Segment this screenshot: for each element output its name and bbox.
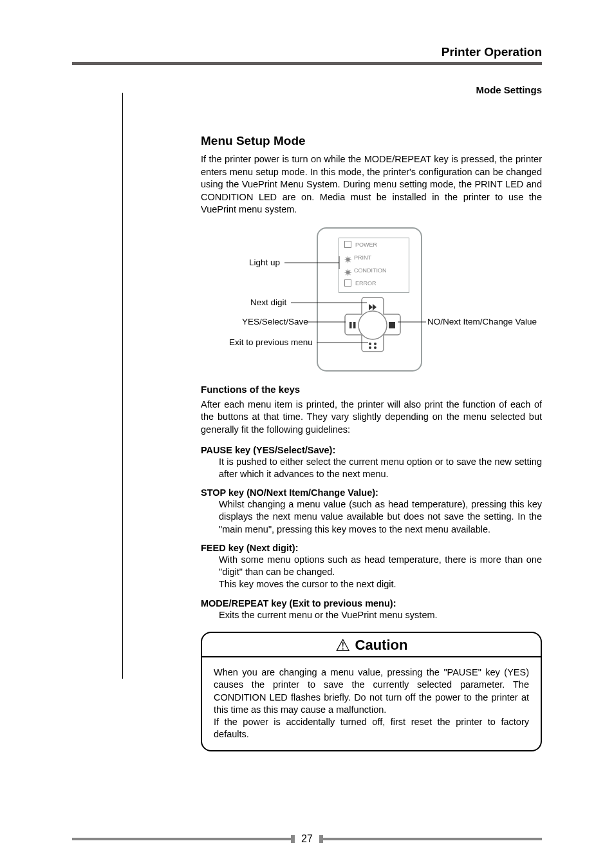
mode-key-body: Exits the current menu or the VuePrint m… [219, 609, 542, 621]
feed-key-body-1: With some menu options such as head temp… [219, 554, 542, 579]
label-exit: Exit to previous menu [229, 337, 313, 347]
functions-intro: After each menu item is printed, the pri… [201, 399, 542, 437]
caution-icon: ⚠ [335, 637, 350, 654]
feed-key-heading: FEED key (Next digit): [201, 543, 298, 553]
feed-key-body-2: This key moves the cursor to the next di… [219, 578, 542, 590]
header-rule [72, 62, 542, 65]
chapter-title: Printer Operation [72, 45, 542, 59]
label-no: NO/Next Item/Change Value [427, 317, 537, 326]
label-next-digit: Next digit [250, 297, 286, 307]
label-light-up: Light up [249, 258, 280, 267]
caution-box: ⚠ Caution When you are changing a menu v… [201, 632, 542, 751]
stop-key-body: Whilst changing a menu value (such as he… [219, 498, 542, 536]
caution-title: Caution [355, 637, 408, 654]
heading-menu-setup: Menu Setup Mode [201, 134, 542, 148]
column-rule [122, 93, 123, 679]
pause-key-body: It is pushed to either select the curren… [219, 456, 542, 481]
mode-key-heading: MODE/REPEAT key (Exit to previous menu): [201, 598, 396, 609]
caution-paragraph-1: When you are changing a menu value, pres… [214, 666, 529, 716]
intro-paragraph: If the printer power is turn on while th… [201, 153, 542, 216]
label-yes: YES/Select/Save [242, 317, 308, 326]
page-number: 27 [295, 833, 319, 845]
page-footer: 27 [72, 833, 542, 845]
caution-paragraph-2: If the power is accidentally turned off,… [214, 716, 529, 741]
control-panel-diagram: POWER ✷PRINT ✷CONDITION ERROR [201, 224, 542, 372]
stop-key-heading: STOP key (NO/Next Item/Change Value): [201, 487, 378, 498]
pause-key-heading: PAUSE key (YES/Select/Save): [201, 445, 335, 455]
section-subhead: Mode Settings [72, 84, 542, 95]
heading-functions: Functions of the keys [201, 384, 542, 395]
